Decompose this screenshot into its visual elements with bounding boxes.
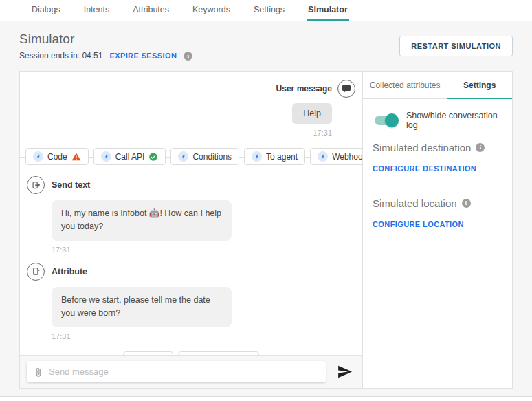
bot-message-time: 17:31 bbox=[52, 332, 362, 340]
bot-message-type: Attribute bbox=[52, 267, 87, 277]
chip-call-api[interactable]: Call API bbox=[93, 148, 166, 165]
chip-label: Code bbox=[47, 152, 67, 162]
bot-message-head: Attribute bbox=[20, 263, 362, 281]
user-message-time: 17:31 bbox=[313, 129, 332, 137]
panel-body: Show/hide conversation log Simulated des… bbox=[363, 99, 512, 241]
messages-area[interactable]: User message Help 17:31 Code bbox=[20, 72, 362, 355]
lightning-icon bbox=[178, 151, 188, 162]
toggle-label: Show/hide conversation log bbox=[406, 111, 502, 130]
conversation-log: User message Help 17:31 Code bbox=[19, 71, 363, 389]
lightning-icon bbox=[186, 355, 196, 356]
restart-simulation-button[interactable]: RESTART SIMULATION bbox=[399, 36, 513, 56]
configure-destination-link[interactable]: CONFIGURE DESTINATION bbox=[373, 164, 476, 173]
info-icon[interactable] bbox=[184, 52, 192, 61]
bot-message-time: 17:31 bbox=[52, 246, 362, 254]
tab-collected-attributes[interactable]: Collected attributes bbox=[363, 72, 447, 99]
message-input-bar bbox=[20, 355, 362, 388]
send-message-input[interactable] bbox=[49, 367, 319, 377]
top-nav: Dialogs Intents Attributes Keywords Sett… bbox=[0, 0, 532, 21]
page: Dialogs Intents Attributes Keywords Sett… bbox=[0, 0, 532, 397]
page-header: Simulator Session ends in: 04:51 EXPIRE … bbox=[19, 21, 513, 71]
simulated-destination-title: Simulated destination bbox=[373, 142, 502, 153]
user-chat-bubble-icon bbox=[337, 80, 355, 98]
info-icon[interactable] bbox=[476, 143, 485, 152]
warning-icon bbox=[71, 152, 81, 162]
configure-location-link[interactable]: CONFIGURE LOCATION bbox=[373, 220, 464, 228]
main-row: User message Help 17:31 Code bbox=[19, 71, 513, 389]
page-title: Simulator bbox=[19, 21, 192, 47]
lightning-icon bbox=[252, 151, 262, 162]
chip-label: To agent bbox=[266, 152, 298, 162]
content-area: Simulator Session ends in: 04:51 EXPIRE … bbox=[0, 21, 532, 397]
bot-message-head: Send text bbox=[20, 176, 362, 194]
user-message-head: User message bbox=[276, 80, 355, 98]
session-row: Session ends in: 04:51 EXPIRE SESSION bbox=[19, 51, 192, 61]
lightning-icon bbox=[318, 151, 328, 162]
nav-item-settings[interactable]: Settings bbox=[252, 0, 286, 21]
simulated-location-title: Simulated location bbox=[373, 197, 502, 209]
chip-label: Conditions bbox=[192, 152, 232, 162]
session-countdown: Session ends in: 04:51 bbox=[19, 51, 102, 61]
attribute-icon bbox=[27, 263, 45, 281]
lightning-icon bbox=[101, 151, 111, 162]
chip-conditions[interactable]: Conditions bbox=[170, 148, 239, 165]
user-bubble: Help bbox=[292, 103, 332, 124]
chip-delay[interactable]: Delay bbox=[123, 351, 174, 356]
chip-label: Call API bbox=[115, 152, 145, 162]
chip-close-session[interactable]: Close session bbox=[178, 351, 259, 356]
chip-webhook[interactable]: Webhook bbox=[310, 148, 362, 165]
show-hide-log-toggle[interactable] bbox=[375, 116, 397, 125]
expire-session-link[interactable]: EXPIRE SESSION bbox=[109, 52, 177, 60]
action-chips-row-1: Code Call API Conditions bbox=[20, 147, 362, 166]
chip-to-agent[interactable]: To agent bbox=[244, 148, 305, 165]
send-message-button[interactable] bbox=[334, 364, 355, 380]
lightning-icon bbox=[131, 355, 141, 356]
chip-code[interactable]: Code bbox=[25, 148, 89, 165]
nav-item-intents[interactable]: Intents bbox=[82, 0, 111, 21]
nav-item-attributes[interactable]: Attributes bbox=[131, 0, 170, 21]
tab-settings[interactable]: Settings bbox=[447, 72, 512, 99]
panel-tabs: Collected attributes Settings bbox=[363, 72, 512, 99]
info-icon[interactable] bbox=[462, 199, 471, 208]
bot-message-attribute: Attribute Before we start, please tell m… bbox=[20, 263, 362, 340]
nav-item-keywords[interactable]: Keywords bbox=[191, 0, 232, 21]
nav-item-simulator[interactable]: SImulator bbox=[307, 0, 349, 21]
message-input-box[interactable] bbox=[27, 361, 326, 382]
header-titles: Simulator Session ends in: 04:51 EXPIRE … bbox=[19, 21, 192, 61]
action-chips-row-2: Delay Close session bbox=[20, 351, 362, 356]
chip-label: Webhook bbox=[332, 152, 362, 162]
simulator-side-panel: Collected attributes Settings Show/hide … bbox=[363, 71, 513, 389]
bot-bubble: Before we start, please tell me the date… bbox=[52, 287, 232, 327]
success-icon bbox=[148, 152, 158, 162]
bot-bubble: Hi, my name is Infobot 🤖! How can I help… bbox=[52, 200, 232, 241]
user-message-block: User message Help 17:31 bbox=[20, 80, 362, 137]
section-title-text: Simulated destination bbox=[373, 142, 471, 153]
conversation-log-toggle-row: Show/hide conversation log bbox=[373, 111, 502, 130]
nav-item-dialogs[interactable]: Dialogs bbox=[30, 0, 62, 21]
user-message-label: User message bbox=[276, 84, 332, 94]
toggle-knob bbox=[385, 113, 399, 127]
attachment-paperclip-icon[interactable] bbox=[34, 367, 43, 378]
lightning-icon bbox=[33, 151, 43, 162]
send-text-icon bbox=[27, 176, 45, 194]
bot-message-send-text: Send text Hi, my name is Infobot 🤖! How … bbox=[20, 176, 362, 254]
section-title-text: Simulated location bbox=[373, 197, 457, 209]
bot-message-type: Send text bbox=[52, 180, 90, 190]
